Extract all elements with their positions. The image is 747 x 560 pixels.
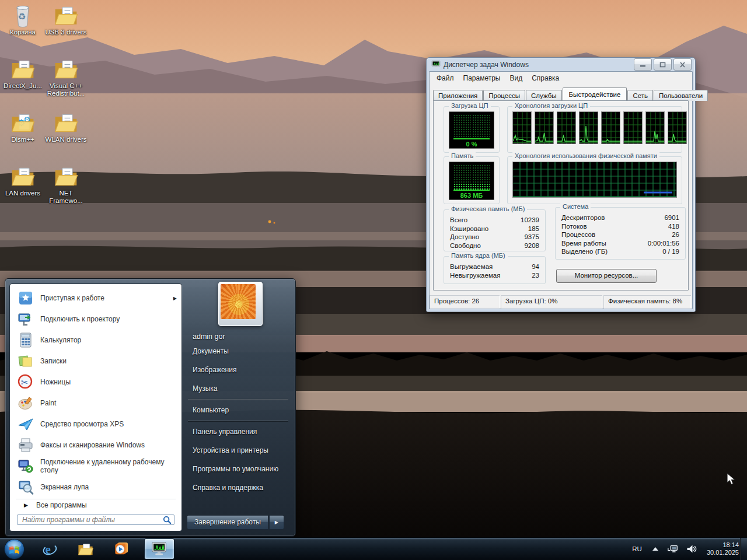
memory-history-group-title: Хронология использования физической памя…: [512, 152, 659, 159]
tab-Пользователи[interactable]: Пользователи: [654, 90, 708, 101]
tab-Сеть[interactable]: Сеть: [627, 90, 653, 101]
start-menu-item-5[interactable]: ✂Ножницы: [10, 372, 181, 393]
shutdown-button[interactable]: Завершение работы: [187, 515, 268, 530]
start-menu-right-item-4[interactable]: Компьютер: [181, 401, 295, 419]
start-menu-item-3[interactable]: Калькулятор: [10, 330, 181, 351]
maximize-button[interactable]: [654, 58, 672, 71]
memory-gauge-fill: [453, 183, 490, 190]
taskbar-wmp-button[interactable]: [109, 539, 133, 559]
taskbar-explorer-button[interactable]: [73, 539, 97, 559]
stat-label: Кэшировано: [450, 225, 488, 233]
folder-icon: [53, 164, 79, 189]
stat-value: 0 / 19: [662, 247, 679, 256]
user-name[interactable]: admin gor: [181, 328, 295, 342]
volume-icon[interactable]: [686, 544, 697, 554]
cpu-usage-group: Загрузка ЦП 0 %: [444, 106, 500, 153]
shutdown-options-arrow[interactable]: ▶: [269, 515, 284, 530]
start-menu-item-4[interactable]: Записки: [10, 351, 181, 372]
stat-label: Невыгружаемая: [450, 271, 500, 280]
start-menu-right-item-8[interactable]: Справка и поддержка: [181, 478, 295, 497]
start-menu-item-6[interactable]: Paint: [10, 393, 181, 414]
stat-row: Кэшировано185: [444, 225, 545, 233]
start-menu-item-label: Подключение к удаленному рабочему столу: [40, 458, 177, 474]
projector-icon: [17, 311, 34, 327]
start-menu-item-10[interactable]: Экранная лупа: [10, 477, 181, 498]
getting-started-icon: [17, 290, 34, 306]
paint-icon: [17, 395, 34, 411]
desktop-icon-label: WLAN drivers: [44, 136, 88, 144]
start-menu-right-item-2[interactable]: Изображения: [181, 360, 295, 379]
menu-Вид[interactable]: Вид: [505, 73, 527, 83]
show-desktop-button[interactable]: [740, 538, 747, 560]
resource-monitor-button[interactable]: Монитор ресурсов...: [556, 269, 657, 283]
start-menu-item-label: Калькулятор: [40, 336, 81, 344]
start-button[interactable]: [2, 538, 26, 560]
desktop-icon-3[interactable]: DirectX_Ju...: [1, 57, 45, 90]
start-menu: Приступая к работе▶Подключить к проектор…: [5, 278, 296, 537]
language-indicator[interactable]: RU: [627, 545, 647, 552]
start-menu-item-2[interactable]: Подключить к проектору: [10, 309, 181, 330]
taskbar-ie-button[interactable]: e: [37, 539, 62, 559]
start-menu-right-item-7[interactable]: Программы по умолчанию: [181, 460, 295, 478]
desktop-icon-2[interactable]: USB 3 drivers: [44, 4, 88, 36]
cpu-history-graphs: [512, 111, 687, 144]
taskbar-task-manager-button[interactable]: [144, 538, 174, 559]
minimize-button[interactable]: [634, 58, 652, 71]
physical-memory-title: Физическая память (МБ): [449, 205, 527, 212]
search-icon: [163, 516, 172, 524]
stat-row: Выгружаемая94: [444, 262, 545, 271]
stat-label: Выгружаемая: [450, 262, 493, 271]
separator: [188, 399, 288, 400]
stat-value: 0:00:01:56: [648, 239, 679, 248]
tab-Приложения[interactable]: Приложения: [433, 90, 483, 101]
title-bar[interactable]: Диспетчер задач Windows: [429, 58, 693, 71]
tray-expand-icon[interactable]: [652, 547, 658, 551]
start-menu-item-9[interactable]: Подключение к удаленному рабочему столу: [10, 456, 181, 477]
desktop-icon-6[interactable]: WLAN drivers: [44, 111, 88, 144]
start-menu-item-label: Приступая к работе: [40, 294, 104, 302]
stat-value: 6901: [664, 214, 679, 222]
start-menu-right-item-6[interactable]: Устройства и принтеры: [181, 441, 295, 460]
user-avatar[interactable]: [218, 282, 263, 326]
network-icon[interactable]: [667, 544, 679, 554]
tab-Быстродействие[interactable]: Быстродействие: [563, 88, 627, 100]
stat-row: Свободно9208: [444, 242, 545, 250]
desktop-icon-1[interactable]: ♻Корзина: [1, 4, 45, 36]
all-programs-item[interactable]: ▶ Все программы: [16, 499, 176, 511]
clock[interactable]: 18:14 30.01.2025: [707, 541, 739, 556]
rdp-icon: [17, 458, 34, 474]
task-manager-window: Диспетчер задач Windows ФайлПараметрыВид…: [426, 57, 696, 312]
memory-gauge-baseline: [453, 190, 490, 191]
close-button[interactable]: [673, 58, 692, 71]
desktop-icon-5[interactable]: ⚙⚙Dism++: [1, 111, 45, 144]
menu-Файл[interactable]: Файл: [432, 73, 459, 83]
search-input[interactable]: [21, 515, 163, 524]
stat-label: Всего: [450, 216, 467, 225]
stat-label: Потоков: [561, 222, 587, 231]
stat-value: 9375: [524, 233, 539, 242]
start-menu-right-item-1[interactable]: Документы: [181, 342, 295, 360]
folder-icon: [10, 164, 36, 189]
desktop-icon-label: Dism++: [1, 136, 45, 144]
tab-Процессы[interactable]: Процессы: [483, 90, 525, 101]
stat-label: Свободно: [450, 242, 481, 250]
desktop-icon-8[interactable]: NET Framewo...: [44, 164, 88, 204]
start-menu-right-item-5[interactable]: Панель управления: [181, 422, 295, 441]
cpu-core-history-graph-2: [535, 111, 554, 144]
start-menu-item-8[interactable]: Факсы и сканирование Windows: [10, 435, 181, 456]
start-menu-right-item-3[interactable]: Музыка: [181, 379, 295, 398]
desktop-icon-4[interactable]: Visual C++ Redistribut...: [44, 57, 88, 97]
clock-time: 18:14: [707, 541, 739, 549]
menu-Параметры[interactable]: Параметры: [459, 73, 505, 83]
desktop-icon-7[interactable]: LAN drivers: [1, 164, 45, 197]
tab-Службы[interactable]: Службы: [526, 90, 562, 101]
menu-Справка[interactable]: Справка: [527, 73, 564, 83]
cpu-usage-group-title: Загрузка ЦП: [449, 102, 491, 109]
start-menu-item-7[interactable]: Средство просмотра XPS: [10, 414, 181, 435]
explorer-folder-icon: [77, 541, 94, 558]
start-menu-item-label: Подключить к проектору: [40, 315, 120, 323]
start-menu-item-1[interactable]: Приступая к работе▶: [10, 288, 181, 309]
stat-row: Невыгружаемая23: [444, 271, 545, 280]
window-title: Диспетчер задач Windows: [444, 61, 634, 69]
folder-icon: [53, 111, 79, 135]
